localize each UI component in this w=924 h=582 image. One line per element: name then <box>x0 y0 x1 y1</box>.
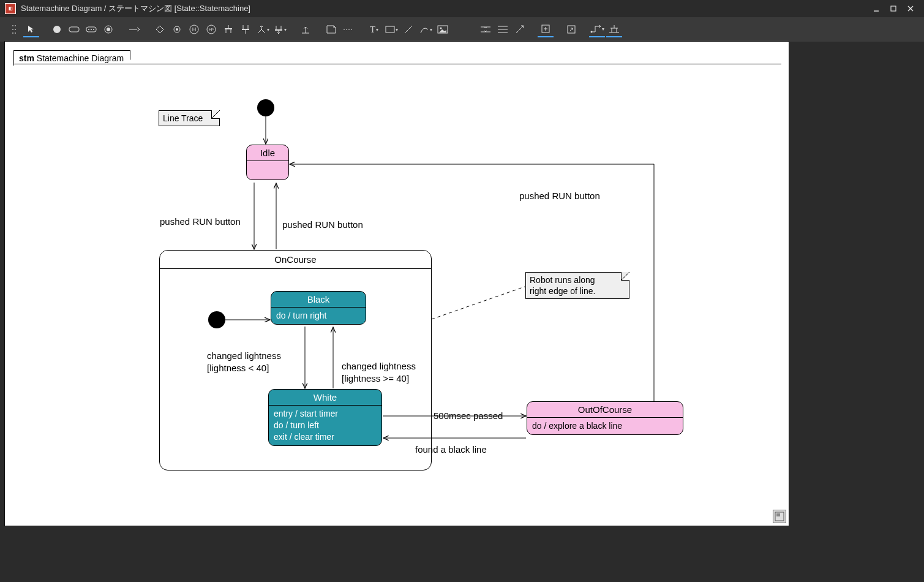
svg-rect-1 <box>891 6 896 11</box>
state-outofcourse-activity: do / explore a black line <box>527 418 683 434</box>
auto-layout-tool[interactable] <box>606 21 622 37</box>
image-tool[interactable] <box>435 21 451 37</box>
svg-point-10 <box>53 26 61 33</box>
label-outof-to-idle: pushed RUN button <box>519 191 600 201</box>
state-white-entry: entry / start timer <box>274 408 377 420</box>
svg-line-33 <box>258 29 261 33</box>
frame-prefix: stm <box>19 53 34 63</box>
svg-line-44 <box>405 26 412 33</box>
label-white-to-black-1: changed lightness <box>342 361 416 371</box>
svg-point-8 <box>12 32 13 34</box>
text-tool[interactable]: T▾ <box>366 21 382 37</box>
state-white-exit: exit / clear timer <box>274 431 377 443</box>
initial-pseudostate-outer[interactable] <box>257 99 274 116</box>
minimize-button[interactable] <box>868 2 885 15</box>
initial-state-tool[interactable] <box>49 21 65 37</box>
anchor-tool[interactable] <box>298 21 314 37</box>
svg-point-7 <box>15 29 16 30</box>
svg-text:H*: H* <box>209 27 214 32</box>
label-oncourse-to-idle: pushed RUN button <box>282 219 363 230</box>
export-tool[interactable] <box>563 21 579 37</box>
label-white-to-outof: 500msec passed <box>434 410 503 421</box>
state-black[interactable]: Black do / turn right <box>271 291 366 325</box>
state-outofcourse-name: OutOfCourse <box>527 402 683 418</box>
edge-style-tool[interactable]: ▾ <box>589 21 605 37</box>
svg-rect-72 <box>776 513 780 516</box>
state-oncourse-name: OnCourse <box>160 251 431 269</box>
svg-point-56 <box>590 31 592 33</box>
svg-rect-11 <box>69 27 79 32</box>
line-tool[interactable] <box>400 21 416 37</box>
svg-point-46 <box>440 28 442 29</box>
state-white-do: do / turn left <box>274 420 377 431</box>
svg-point-4 <box>12 25 13 26</box>
titlebar: ◧ Statemachine Diagram / ステートマシン図 [State… <box>0 0 924 17</box>
join-tool[interactable] <box>238 21 254 37</box>
state-black-activity: do / turn right <box>271 308 366 324</box>
app-icon: ◧ <box>5 3 16 14</box>
entry-point-tool[interactable]: ▾ <box>255 21 271 37</box>
state-rounded-tool[interactable] <box>66 21 82 37</box>
state-idle[interactable]: Idle <box>246 145 289 180</box>
svg-point-20 <box>176 28 178 31</box>
label-outof-to-white: found a black line <box>415 444 487 455</box>
label-black-to-white-2: [lightness < 40] <box>207 363 269 373</box>
state-black-name: Black <box>271 292 366 308</box>
choice-tool[interactable] <box>152 21 168 37</box>
svg-point-17 <box>107 28 110 31</box>
svg-line-35 <box>261 29 265 33</box>
svg-point-13 <box>88 29 89 30</box>
note-robot-l1: Robot runs along <box>530 274 625 285</box>
frame-title: Statemachine Diagram <box>37 53 124 63</box>
svg-point-6 <box>12 29 13 30</box>
window-title: Statemachine Diagram / ステートマシン図 [State::… <box>21 3 250 14</box>
note-anchor-tool[interactable] <box>340 21 356 37</box>
state-white-name: White <box>269 390 381 406</box>
svg-point-9 <box>15 32 16 34</box>
grip-icon[interactable] <box>6 21 22 37</box>
shallow-history-tool[interactable]: H <box>186 21 202 37</box>
rect-tool[interactable]: ▾ <box>383 21 399 37</box>
state-idle-name: Idle <box>247 145 288 161</box>
state-white[interactable]: White entry / start timer do / turn left… <box>268 389 382 446</box>
initial-pseudostate-inner[interactable] <box>208 311 225 328</box>
note-line-trace[interactable]: Line Trace <box>159 110 220 126</box>
note-tool[interactable] <box>323 21 339 37</box>
junction-tool[interactable] <box>169 21 185 37</box>
align-vertical-tool[interactable] <box>495 21 511 37</box>
zoom-fit-tool[interactable] <box>538 21 554 37</box>
note-robot-l2: right edge of line. <box>530 285 625 297</box>
align-horizontal-tool[interactable] <box>478 21 494 37</box>
label-white-to-black-2: [lightness >= 40] <box>342 373 409 384</box>
svg-rect-43 <box>386 26 394 32</box>
svg-line-70 <box>432 287 525 319</box>
note-robot-edge[interactable]: Robot runs along right edge of line. <box>525 272 629 299</box>
submachine-tool[interactable] <box>83 21 99 37</box>
label-idle-to-oncourse: pushed RUN button <box>160 216 241 227</box>
mini-map-icon[interactable] <box>773 510 786 523</box>
fork-tool[interactable] <box>220 21 236 37</box>
state-outofcourse[interactable]: OutOfCourse do / explore a black line <box>527 401 683 435</box>
note-line-trace-text: Line Trace <box>163 113 203 123</box>
transition-tool[interactable] <box>126 21 142 37</box>
diagram-canvas[interactable]: stm Statemachine Diagram Line Trace Robo… <box>5 42 789 526</box>
fit-tool[interactable] <box>512 21 528 37</box>
svg-text:H: H <box>192 26 197 32</box>
svg-point-15 <box>93 29 94 30</box>
svg-point-14 <box>91 29 92 30</box>
exit-point-tool[interactable]: ▾ <box>272 21 288 37</box>
curve-tool[interactable]: ▾ <box>418 21 434 37</box>
final-state-tool[interactable] <box>100 21 116 37</box>
maximize-button[interactable] <box>885 2 902 15</box>
deep-history-tool[interactable]: H* <box>203 21 219 37</box>
close-button[interactable] <box>902 2 919 15</box>
toolbar: H H* ▾ ▾ T▾ ▾ ▾ ▾ <box>0 17 924 42</box>
label-black-to-white-1: changed lightness <box>207 350 281 361</box>
svg-point-5 <box>15 25 16 26</box>
pointer-tool[interactable] <box>23 21 39 37</box>
